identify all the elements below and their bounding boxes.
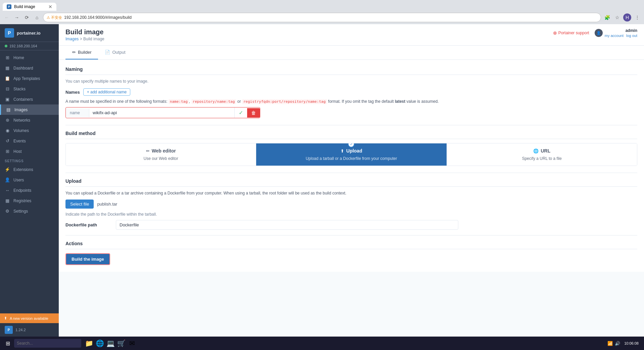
- taskbar-clock: 10:06:08: [624, 341, 639, 345]
- sidebar-endpoint-name: 192.168.200.164: [9, 44, 37, 48]
- browser-tab-active[interactable]: P Build image ✕: [3, 3, 56, 11]
- dockerfile-path-label: Dockerfile path: [65, 222, 109, 227]
- host-icon: ⊞: [5, 149, 10, 154]
- start-btn[interactable]: ⊞: [3, 338, 13, 348]
- registries-icon: ▦: [5, 198, 10, 203]
- page-body: ✏ Builder 📄 Output Naming You can specif…: [59, 46, 644, 337]
- name-delete-btn[interactable]: 🗑: [247, 108, 260, 118]
- tab-output[interactable]: 📄 Output: [98, 46, 132, 59]
- output-tab-icon: 📄: [105, 50, 110, 55]
- user-name: admin: [626, 28, 637, 33]
- breadcrumb: Images > Build image: [65, 37, 104, 41]
- taskbar-item-terminal[interactable]: 💻: [105, 338, 116, 348]
- breadcrumb-current: Build image: [83, 37, 104, 41]
- breadcrumb-images-link[interactable]: Images: [65, 37, 79, 41]
- sidebar-item-stacks[interactable]: ⊟ Stacks: [0, 84, 59, 94]
- page-title: Build image: [65, 28, 104, 36]
- tab-favicon: P: [7, 4, 11, 9]
- sidebar-item-images[interactable]: ▤ Images: [0, 104, 59, 115]
- sidebar-item-home-label: Home: [13, 55, 24, 60]
- new-version-banner[interactable]: ⬆ A new version available: [0, 313, 59, 323]
- extensions-btn[interactable]: 🧩: [603, 13, 611, 21]
- url-icon: 🌐: [533, 148, 539, 154]
- sidebar-item-containers[interactable]: ▣ Containers: [0, 94, 59, 104]
- bookmark-btn[interactable]: ☆: [613, 13, 621, 21]
- back-btn[interactable]: ←: [3, 13, 11, 21]
- sidebar-item-registries-label: Registries: [13, 199, 31, 203]
- format1-code: name:tag: [169, 99, 189, 104]
- url-title: URL: [541, 148, 550, 154]
- browser-tabs: P Build image ✕: [0, 0, 644, 11]
- sidebar-item-events[interactable]: ↺ Events: [0, 136, 59, 146]
- my-account-link[interactable]: my account: [605, 34, 624, 38]
- user-info: 👤 admin my account log out: [595, 28, 637, 38]
- version-text: 1.24.2: [15, 328, 26, 332]
- sidebar-item-settings[interactable]: ⚙ Settings: [0, 206, 59, 216]
- sidebar-version: P 1.24.2: [0, 323, 59, 337]
- format2-code: repository/name:tag: [191, 99, 236, 104]
- name-input-row: name ✓ 🗑: [65, 107, 260, 118]
- add-name-btn[interactable]: + add additional name: [83, 88, 130, 96]
- build-image-btn[interactable]: Build the image: [65, 253, 110, 265]
- sidebar-item-dashboard[interactable]: ▦ Dashboard: [0, 63, 59, 73]
- sidebar-item-host[interactable]: ⊞ Host: [0, 146, 59, 157]
- upload-section-desc: You can upload a Dockerfile or a tar arc…: [65, 191, 637, 195]
- sidebar-item-app-templates-label: App Templates: [13, 76, 40, 81]
- sidebar-item-endpoints[interactable]: ↔ Endpoints: [0, 185, 59, 195]
- url-text: 192.168.200.164:9000/#/images/build: [64, 15, 132, 20]
- taskbar-search-input[interactable]: [14, 339, 81, 348]
- home-btn[interactable]: ⌂: [33, 13, 41, 21]
- volumes-icon: ◉: [5, 128, 10, 133]
- containers-icon: ▣: [5, 97, 10, 102]
- select-file-row: Select file publish.tar: [65, 200, 637, 209]
- settings-icon: ⚙: [5, 209, 10, 214]
- browser-chrome: P Build image ✕ ← → ⟳ ⌂ ⚠ 不安全 192.168.20…: [0, 0, 644, 24]
- build-option-url[interactable]: 🌐 URL Specify a URL to a file: [447, 143, 637, 166]
- tray-volume-icon: 🔊: [615, 341, 620, 346]
- sidebar-item-app-templates[interactable]: 📋 App Templates: [0, 73, 59, 84]
- taskbar-item-chrome[interactable]: 🌐: [95, 338, 105, 348]
- name-input-field[interactable]: [89, 108, 234, 117]
- portainer-support-link[interactable]: ⊗ Portainer support: [553, 30, 589, 36]
- user-actions: my account log out: [605, 34, 637, 38]
- sidebar-endpoint[interactable]: 192.168.200.164: [0, 42, 59, 50]
- user-links: admin my account log out: [605, 28, 637, 38]
- menu-btn[interactable]: ⋮: [633, 13, 641, 21]
- taskbar-item-store[interactable]: 🛒: [116, 338, 126, 348]
- build-method-options: ✏ Web editor Use our Web editor ✓ ⬆ Uplo…: [65, 143, 637, 166]
- select-file-btn[interactable]: Select file: [65, 200, 94, 209]
- sidebar-item-registries[interactable]: ▦ Registries: [0, 195, 59, 206]
- names-row: Names + add additional name: [65, 88, 637, 96]
- header-actions: ⊗ Portainer support 👤 admin my account l…: [553, 28, 637, 38]
- sidebar-item-users[interactable]: 👤 Users: [0, 175, 59, 185]
- extensions-icon: ⚡: [5, 167, 10, 172]
- tab-close-btn[interactable]: ✕: [48, 4, 52, 9]
- build-option-upload[interactable]: ✓ ⬆ Upload Upload a tarball or a Dockerf…: [256, 143, 447, 166]
- header-left: Build image Images > Build image: [65, 28, 104, 41]
- reload-btn[interactable]: ⟳: [23, 13, 31, 21]
- app-container: P portainer.io 192.168.200.164 ⊞ Home ▦ …: [0, 24, 644, 337]
- update-icon: ⬆: [4, 316, 7, 320]
- profile-btn[interactable]: H: [623, 13, 631, 21]
- sidebar-item-volumes[interactable]: ◉ Volumes: [0, 125, 59, 136]
- dashboard-icon: ▦: [5, 65, 10, 71]
- address-bar[interactable]: ⚠ 不安全 192.168.200.164:9000/#/images/buil…: [43, 13, 601, 22]
- sidebar-item-extensions[interactable]: ⚡ Extensions: [0, 164, 59, 175]
- log-out-link[interactable]: log out: [626, 34, 637, 38]
- forward-btn[interactable]: →: [13, 13, 21, 21]
- stacks-icon: ⊟: [5, 86, 10, 91]
- name-check-btn[interactable]: ✓: [234, 107, 247, 118]
- taskbar-item-mail[interactable]: ✉: [127, 338, 137, 348]
- events-icon: ↺: [5, 138, 10, 143]
- upload-section-title: Upload: [65, 178, 637, 187]
- taskbar-item-file-explorer[interactable]: 📁: [84, 338, 94, 348]
- sidebar-item-home[interactable]: ⊞ Home: [0, 52, 59, 63]
- dockerfile-path-input[interactable]: [116, 220, 458, 230]
- tab-builder[interactable]: ✏ Builder: [65, 46, 98, 59]
- breadcrumb-separator: >: [80, 37, 83, 41]
- build-option-web-editor[interactable]: ✏ Web editor Use our Web editor: [66, 143, 256, 166]
- sidebar-item-networks[interactable]: ⊛ Networks: [0, 115, 59, 125]
- taskbar: ⊞ 📁 🌐 💻 🛒 ✉ 📶 🔊 10:06:08: [0, 337, 644, 350]
- sidebar-version-logo: P: [5, 326, 13, 334]
- tab-title: Build image: [14, 4, 46, 9]
